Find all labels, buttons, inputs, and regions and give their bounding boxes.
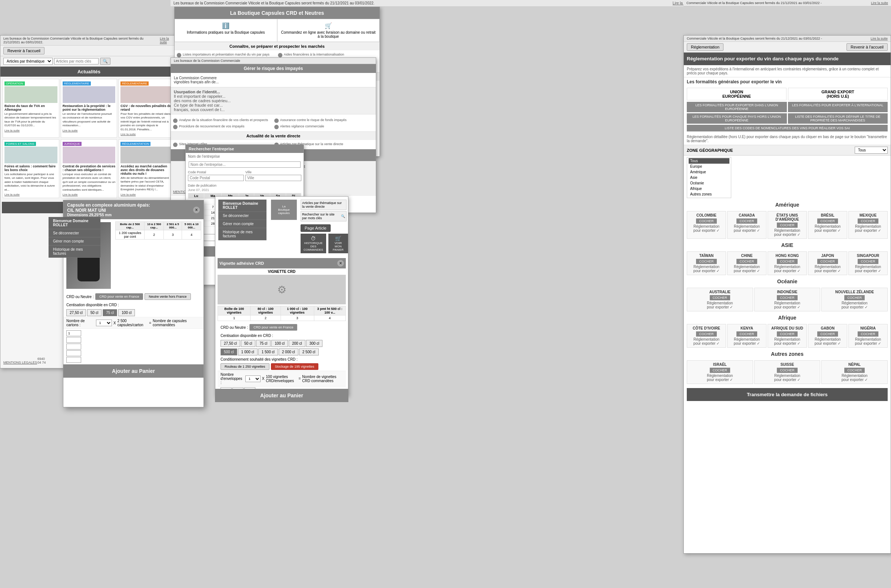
link-alertes[interactable]: Alertes vigilance commerciale [274, 124, 374, 129]
geo-select[interactable]: Tous Europe Amérique Asie Océanie Afriqu… [855, 147, 888, 154]
link-importateurs[interactable]: Listes importateurs et présentation marc… [177, 52, 277, 57]
mentions-legales[interactable]: MENTIONS LEGALES [3, 360, 37, 364]
geo-oceanie[interactable]: Océanie [689, 180, 729, 186]
cocher-hongkong[interactable]: COCHER [777, 259, 797, 264]
crd-france-btn[interactable]: CRD pour vente en France [95, 293, 143, 300]
menu-deconnect[interactable]: Se déconnecter [48, 229, 101, 237]
page-search-mots[interactable]: Rechercher sur le site par mots clés 🔍 [301, 211, 346, 221]
cent-c50[interactable]: 50 cl [87, 309, 102, 316]
cent-1000cl[interactable]: 1 000 cl [238, 348, 257, 356]
cocher-nzl[interactable]: COCHER [844, 295, 865, 300]
geo-amerique[interactable]: Amérique [689, 169, 729, 175]
capsule-add-cart[interactable]: Ajouter au Panier [63, 364, 203, 378]
cocher-canada[interactable]: COCHER [736, 219, 757, 224]
search-btn[interactable]: 🔍 [100, 58, 110, 65]
cent-100cl[interactable]: 100 cl [271, 340, 288, 347]
cent-27cl[interactable]: 27,50 cl [221, 340, 240, 347]
eu-btn-5[interactable]: LISTE DES CODES DE NOMENCLATURES DES VIN… [687, 125, 888, 132]
cent-50cl[interactable]: 50 cl [241, 340, 255, 347]
cart-btn-2[interactable]: 🛒 VOIR MON PANIER [328, 234, 348, 253]
cocher-singapour[interactable]: COCHER [858, 259, 878, 264]
keyword-filter[interactable] [54, 58, 99, 64]
eu-btn-1[interactable]: LES FORMALITÉS POUR EXPORTER DANS L'UNIO… [687, 102, 787, 112]
article-link[interactable]: Lire la suite [63, 193, 78, 196]
eu-btn-2[interactable]: LES FORMALITÉS POUR EXPORTER À L'INTERNA… [788, 102, 888, 112]
vignette-add-cart[interactable]: Ajouter au Panier [215, 389, 348, 402]
cent-300cl[interactable]: 300 cl [306, 340, 323, 347]
qty-row-2[interactable] [66, 337, 81, 343]
cocher-israel[interactable]: COCHER [710, 368, 730, 373]
article-link[interactable]: Lire la suite [120, 193, 135, 196]
cent-c75[interactable]: 75 cl [103, 309, 117, 316]
cocher-suisse[interactable]: COCHER [777, 368, 797, 373]
cocher-nepal[interactable]: COCHER [844, 368, 865, 373]
cocher-japon[interactable]: COCHER [817, 259, 838, 264]
main-notif-link[interactable]: Lire la suite [160, 37, 175, 44]
reglementation-btn[interactable]: Réglementation [687, 44, 724, 51]
cocher-kenya[interactable]: COCHER [736, 332, 757, 337]
cocher-civ[interactable]: COCHER [696, 332, 716, 337]
geo-afrique[interactable]: Afrique [689, 186, 729, 191]
cocher-nigeria[interactable]: COCHER [858, 332, 878, 337]
right-notif-link[interactable]: Lire la suite [871, 1, 888, 5]
link-assurance[interactable]: Assurance contre le risque de fonds impa… [274, 118, 374, 123]
link-aides[interactable]: Aides financières à la internationalisat… [278, 52, 378, 57]
history-btn-2[interactable]: ⏱ HISTORIQUE DESCOMMANDES [301, 234, 326, 253]
page-compte[interactable]: Gérer mon compte [218, 220, 266, 228]
cond-stockage[interactable]: Stockage de 195 vignettes [271, 363, 318, 370]
theme-filter[interactable]: Articles par thématique [3, 58, 53, 65]
cocher-colombie[interactable]: COCHER [696, 219, 716, 224]
geo-autres[interactable]: Autres zones [689, 191, 729, 197]
cocher-usa[interactable]: COCHER [777, 222, 797, 228]
cocher-afrsud[interactable]: COCHER [777, 332, 797, 337]
right-back-btn[interactable]: Revenir à l'accueil [846, 44, 888, 51]
menu-factures[interactable]: Historique de mes factures [48, 246, 101, 258]
cond-rouleau[interactable]: Rouleau de 1 250 vignettes [221, 363, 269, 370]
info-commande[interactable]: 🛒 Commandez en ligne avec livraison au d… [277, 19, 380, 42]
qty-row-4[interactable] [66, 350, 81, 356]
cent-c27[interactable]: 27,50 cl [66, 309, 86, 316]
article-link[interactable]: Lire la suite [63, 129, 78, 132]
geo-europe[interactable]: Europe [689, 164, 729, 169]
page-article-btn-2[interactable]: Page Article [301, 224, 331, 232]
right-lire-suite[interactable]: Lire la suite [871, 37, 888, 40]
cent-500cl[interactable]: 500 cl [221, 348, 237, 356]
neutre-btn[interactable]: Neutre vente hors France [144, 293, 191, 300]
cent-2000cl[interactable]: 2 000 cl [279, 348, 298, 356]
cocher-australie[interactable]: COCHER [710, 295, 730, 300]
cocher-chine[interactable]: COCHER [736, 259, 757, 264]
cocher-gabon[interactable]: COCHER [817, 332, 838, 337]
nb-env-select[interactable]: 12345+ [245, 375, 260, 382]
cocher-taiwan[interactable]: COCHER [696, 259, 716, 264]
cocher-indonesie[interactable]: COCHER [777, 295, 797, 300]
page-factures[interactable]: Historique de mes factures [218, 228, 266, 240]
cent-1500cl[interactable]: 1 500 cl [258, 348, 278, 356]
cp-input[interactable] [188, 175, 244, 181]
nom-input[interactable] [189, 162, 301, 168]
qty-row-5[interactable] [66, 357, 81, 363]
cent-c100[interactable]: 100 cl [118, 309, 135, 316]
ville-input[interactable] [245, 175, 301, 181]
eu-btn-4[interactable]: LISTE DES FORMALITÉS POUR DÉFINIR LE TIT… [788, 113, 888, 124]
link-procedure[interactable]: Procédure de recouvrement de vos impayés [173, 124, 273, 129]
geo-asie[interactable]: Asie [689, 175, 729, 180]
cent-75cl[interactable]: 75 cl [256, 340, 271, 347]
link-analyse[interactable]: Analyse de la situation financière de vo… [173, 118, 273, 123]
article-link[interactable]: Lire la suite [5, 193, 20, 196]
cocher-bresil[interactable]: COCHER [817, 219, 838, 224]
cent-200cl[interactable]: 200 cl [289, 340, 306, 347]
cent-2500cl[interactable]: 2 500 cl [299, 348, 319, 356]
back-btn[interactable]: Revenir à l'accueil [3, 47, 45, 54]
article-link[interactable]: Lire la suite [5, 129, 20, 132]
close-btn-2[interactable]: × [337, 260, 344, 267]
vignette-crd-btn[interactable]: CRD pour vente en France [250, 324, 298, 331]
nb-cartons-select[interactable]: 12345+ [96, 320, 112, 326]
article-link[interactable]: Lire la suite [120, 132, 135, 136]
cocher-mexique[interactable]: COCHER [858, 219, 878, 224]
close-btn-capsule[interactable]: × [193, 207, 200, 213]
geo-tous[interactable]: Tous [689, 158, 729, 164]
eu-btn-3[interactable]: LES FORMALITÉS POUR CHAQUE PAYS HORS L'U… [687, 113, 787, 124]
page-articles-theme[interactable]: Articles par thématique sur la vente dir… [301, 200, 346, 210]
menu-compte[interactable]: Gérer mon compte [48, 237, 101, 246]
transmit-btn[interactable]: Transmettre la demande de fichiers [687, 388, 888, 401]
